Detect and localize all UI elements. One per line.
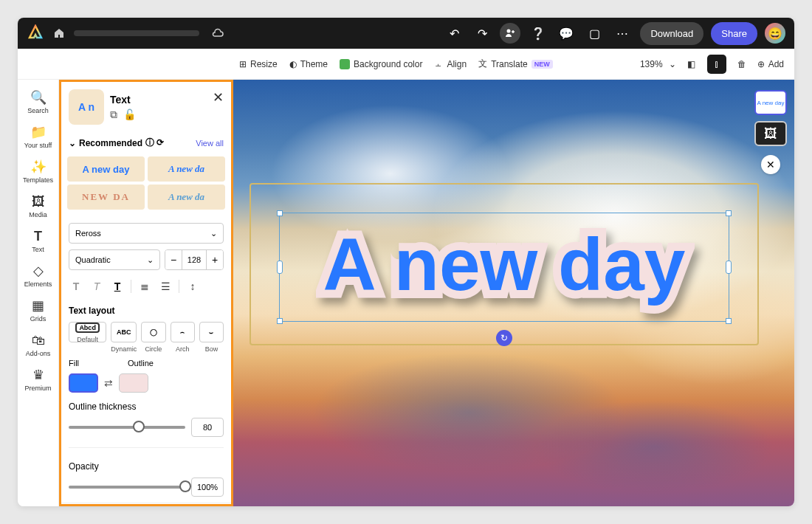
left-rail: 🔍Search 📁Your stuff ✨Templates 🖼Media TT… xyxy=(18,80,59,506)
rail-media[interactable]: 🖼Media xyxy=(18,190,58,223)
underline-icon[interactable]: T xyxy=(110,279,125,294)
topbar: ↶ ↷ ❔ 💬 ▢ ⋯ Download Share 😄 xyxy=(18,18,794,49)
home-icon[interactable] xyxy=(52,26,66,41)
layout-label: Text layout xyxy=(69,306,224,316)
panel-thumbnail: A n xyxy=(69,89,104,125)
undo-icon[interactable]: ↶ xyxy=(444,23,464,44)
size-decrease[interactable]: − xyxy=(165,250,182,269)
add-button[interactable]: ⊕Add xyxy=(757,59,784,69)
layout-dynamic[interactable]: ABCDynamic xyxy=(111,322,137,353)
zoom-level[interactable]: 139% xyxy=(640,59,663,69)
fill-label: Fill xyxy=(69,359,79,368)
opacity-value[interactable]: 100% xyxy=(191,478,224,497)
toggle-1[interactable]: ◧ xyxy=(682,55,701,74)
handle-ml[interactable] xyxy=(277,261,283,274)
user-avatar[interactable]: 😄 xyxy=(765,23,785,44)
page-thumb-1[interactable]: A new day xyxy=(754,90,787,115)
layout-default[interactable]: AbcdDefault xyxy=(69,322,106,342)
style-swatch-4[interactable]: A new da xyxy=(148,185,225,210)
font-select[interactable]: Reross⌄ xyxy=(69,223,224,244)
handle-tr[interactable] xyxy=(726,210,732,216)
layout-bow[interactable]: ⌣Bow xyxy=(199,322,224,353)
bgcolor-button[interactable]: Background color xyxy=(340,59,422,69)
thickness-slider[interactable] xyxy=(69,426,185,429)
handle-bl[interactable] xyxy=(277,318,283,324)
app-logo[interactable] xyxy=(27,24,44,42)
download-button[interactable]: Download xyxy=(640,22,703,45)
outline-label: Outline xyxy=(128,359,154,368)
toggle-2[interactable]: ⫿ xyxy=(707,55,726,74)
style-swatch-3[interactable]: NEW DA xyxy=(67,185,145,210)
duplicate-icon[interactable]: ⧉ xyxy=(110,108,117,121)
translate-button[interactable]: 文TranslateNEW xyxy=(478,58,553,70)
delete-icon[interactable]: 🗑 xyxy=(732,55,751,74)
rail-yourstuff[interactable]: 📁Your stuff xyxy=(18,120,58,154)
style-swatch-1[interactable]: A new day xyxy=(67,156,145,182)
rail-premium[interactable]: ♛Premium xyxy=(18,363,58,396)
handle-tl[interactable] xyxy=(277,210,283,216)
align-icon[interactable]: ≣ xyxy=(137,279,152,294)
thickness-label: Outline thickness xyxy=(69,401,224,412)
layout-arch[interactable]: ⌢Arch xyxy=(171,322,195,353)
resize-button[interactable]: ⊞Resize xyxy=(239,59,278,69)
spacing-icon[interactable]: ↕ xyxy=(185,279,200,294)
size-increase[interactable]: + xyxy=(207,250,223,269)
swap-icon[interactable]: ⇄ xyxy=(104,377,113,389)
page-thumb-2[interactable]: 🖼 xyxy=(754,121,787,146)
panel-title: Text xyxy=(110,94,136,106)
list-icon[interactable]: ☰ xyxy=(158,279,173,294)
size-value[interactable]: 128 xyxy=(182,250,207,269)
rail-text[interactable]: TText xyxy=(18,224,58,258)
theme-button[interactable]: ◐Theme xyxy=(289,59,328,69)
cloud-icon xyxy=(211,27,224,40)
bold-icon[interactable]: T xyxy=(69,279,83,294)
redo-icon[interactable]: ↷ xyxy=(472,23,492,44)
more-icon[interactable]: ⋯ xyxy=(612,23,633,44)
close-thumbs-icon[interactable]: ✕ xyxy=(761,155,780,174)
recommended-label[interactable]: ⌄ Recommended ⓘ ⟳ xyxy=(69,137,164,149)
viewall-link[interactable]: View all xyxy=(196,139,224,148)
rail-search[interactable]: 🔍Search xyxy=(18,86,58,119)
toolbar: ⊞Resize ◐Theme Background color ⫠Align 文… xyxy=(18,49,794,80)
invite-icon[interactable] xyxy=(500,23,520,44)
rail-addons[interactable]: 🛍Add-ons xyxy=(18,328,58,362)
rotate-icon[interactable]: ↻ xyxy=(496,330,512,346)
rail-elements[interactable]: ◇Elements xyxy=(18,259,58,292)
document-title[interactable] xyxy=(74,30,199,36)
canvas[interactable]: A new day ↻ A new day 🖼 ✕ xyxy=(233,80,794,506)
outline-swatch[interactable] xyxy=(119,373,148,393)
handle-br[interactable] xyxy=(726,318,732,324)
weight-select[interactable]: Quadratic⌄ xyxy=(69,249,160,270)
italic-icon[interactable]: T xyxy=(89,279,104,294)
opacity-slider[interactable] xyxy=(69,486,185,489)
selection-box[interactable]: ↻ xyxy=(279,213,729,322)
present-icon[interactable]: ▢ xyxy=(584,23,605,44)
comment-icon[interactable]: 💬 xyxy=(556,23,577,44)
handle-mr[interactable] xyxy=(726,261,732,274)
opacity-label: Opacity xyxy=(69,461,224,472)
help-icon[interactable]: ❔ xyxy=(528,23,548,44)
rail-grids[interactable]: ▦Grids xyxy=(18,294,58,327)
close-panel-icon[interactable]: ✕ xyxy=(213,89,224,106)
text-panel: A n Text ⧉🔓 ✕ ⌄ Recommended ⓘ ⟳ View all… xyxy=(59,80,233,506)
panel-footer: Powered by Adobe Fonts xyxy=(61,503,231,506)
fill-swatch[interactable] xyxy=(69,373,98,393)
thickness-value[interactable]: 80 xyxy=(191,418,224,437)
layout-circle[interactable]: ◯Circle xyxy=(141,322,165,353)
svg-point-0 xyxy=(507,30,511,33)
align-button[interactable]: ⫠Align xyxy=(434,59,467,69)
share-button[interactable]: Share xyxy=(711,22,757,45)
lock-icon[interactable]: 🔓 xyxy=(123,108,136,121)
style-swatch-2[interactable]: A new da xyxy=(148,156,225,182)
rail-templates[interactable]: ✨Templates xyxy=(18,155,58,188)
zoom-chevron-icon[interactable]: ⌄ xyxy=(669,59,676,69)
